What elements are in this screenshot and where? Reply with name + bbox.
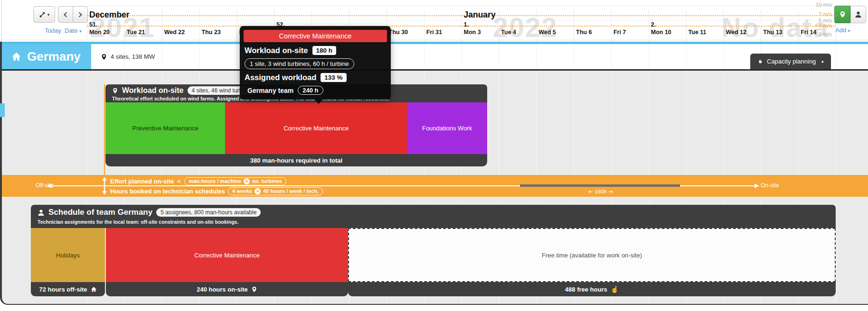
schedule-segment[interactable]: Free time (available for work on-site) [348,228,836,282]
region-name: Germany [27,49,81,64]
grid-line [199,44,200,69]
schedule-panel-header: Schedule of team Germany 5 assignees, 80… [31,205,836,228]
schedule-panel-badge: 5 assignees, 800 man-hours available [156,208,261,217]
region-summary: 4 sites, 138 MW [101,44,155,69]
day-label: Mon 20 [89,29,110,36]
grid-line [649,44,649,69]
caret-down-icon: ▾ [848,28,850,33]
tooltip-team-value: 240 h [298,86,323,95]
chevron-left-icon [63,11,68,18]
arrow-right-icon [755,183,759,188]
schedule-bars: HolidaysCorrective MaintenanceFree time … [31,228,836,282]
caret-down-icon: ▾ [47,12,50,17]
week-label: 1. [464,21,469,28]
tooltip-workload-value: 180 h [312,46,337,55]
main-frame: Germany 4 sites, 138 MW Capacity plannin… [0,42,868,305]
chevron-up-icon: ▲ [821,59,824,64]
workload-panel-title: Workload on-site [122,86,184,95]
hours-booked-row: Hours booked on technician schedules 4 w… [110,186,323,196]
workload-segment[interactable]: Foundations Work [407,102,487,154]
schedule-footers: 72 hours off-site240 hours on-site488 fr… [31,282,836,296]
capacity-planning-button[interactable]: Capacity planning ▲ [750,54,831,69]
date-link[interactable]: Date ▾ [65,27,82,34]
workload-panel-footer: 380 man-hours required in total [105,154,487,166]
region-row-border [2,69,868,71]
person-icon [38,209,45,216]
schedule-segment-footer: 488 free hours☝ [348,282,836,296]
header-divider [0,40,868,40]
pin-icon [112,88,118,94]
wind-scale-label: 4 m/s [769,23,832,28]
sidebar-fragment [0,103,5,117]
booking-formula-badge: 4 weeks×40 hours / week / tech. [228,187,323,195]
day-label: Mon 10 [651,29,671,36]
hours-booked-label: Hours booked on technician schedules [110,188,225,195]
tooltip-assigned-value: 133 % [321,73,346,82]
workload-segment[interactable]: Corrective Maintenance [225,102,407,154]
capacity-planning-app: 20212022No data DecemberJanuary 51.52.1.… [0,0,868,311]
arrow-left-icon [47,183,52,188]
wind-gridline-10 [87,5,836,6]
workload-segment[interactable]: Preventive Maintenance [105,102,225,154]
tooltip-title: Corrective Maintenance [244,30,387,42]
tooltip-caret [314,99,323,104]
week-label: 51. [89,21,97,28]
home-icon [91,286,97,293]
grid-line [462,44,462,69]
schedule-segment-footer: 240 hours on-site [106,282,348,296]
zoom-range-button[interactable]: ▾ [33,6,55,23]
wind-scale-label: 10 m/s [769,2,832,8]
day-label: Thu 6 [576,29,592,36]
wind-threshold-line-4 [87,26,836,27]
wind-threshold-line-7 [87,15,836,16]
pin-icon [101,54,107,60]
day-label: Wed 5 [538,29,556,36]
expand-icon [39,11,46,18]
tooltip-assigned-label: Assigned workload [245,73,316,82]
schedule-panel: Schedule of team Germany 5 assignees, 80… [31,205,836,296]
day-label: Mon 3 [464,29,481,36]
month-label: January [464,10,496,20]
day-label: Tue 21 [127,29,145,36]
people-view-button[interactable] [850,6,866,23]
grid-line [162,44,162,69]
schedule-segment[interactable]: Corrective Maintenance [106,228,348,282]
task-tooltip: Corrective Maintenance Workload on-site … [240,26,391,100]
next-button[interactable] [73,6,88,23]
tooltip-team-label: Germany team [247,87,293,94]
day-label: Wed 12 [726,29,746,36]
grid-line [424,44,425,69]
today-link[interactable]: Today [45,27,61,34]
double-arrow-icon [100,177,109,195]
schedule-panel-title: Schedule of team Germany [48,208,152,217]
day-label: Thu 30 [389,29,408,36]
grid-line [536,44,537,69]
connector-line [104,84,105,175]
prev-button[interactable] [58,6,73,23]
workload-bars: Preventive MaintenanceCorrective Mainten… [105,102,487,154]
caret-down-icon: ▾ [79,29,82,34]
grid-line [686,44,687,69]
proportional-symbol: ∝ [177,177,181,185]
left-edge-line [1,0,2,42]
pin-icon [839,11,846,18]
flame-icon [757,58,763,65]
grid-line [611,44,612,69]
home-icon [11,52,21,62]
multiply-icon: × [255,188,261,194]
week-label: 2. [651,21,656,28]
wind-scale-label: 0 m/s [769,31,832,37]
effort-planned-label: Effort planned on-site [110,178,174,185]
sites-view-button[interactable] [834,6,850,23]
schedule-segment[interactable]: Holidays [31,228,105,282]
day-label: Fri 31 [426,29,442,36]
region-header-germany[interactable]: Germany [2,44,91,69]
schedule-segment-footer: 72 hours off-site [31,282,105,296]
day-label: Wed 22 [164,29,185,36]
day-label: Tue 11 [689,29,707,36]
add-link[interactable]: Add ▾ [835,27,850,34]
wind-gridline-5 [87,20,836,20]
grid-line [499,44,499,69]
tooltip-detail: 1 site, 3 wind turbines, 60 h / turbine [245,58,354,69]
person-icon [855,11,862,18]
